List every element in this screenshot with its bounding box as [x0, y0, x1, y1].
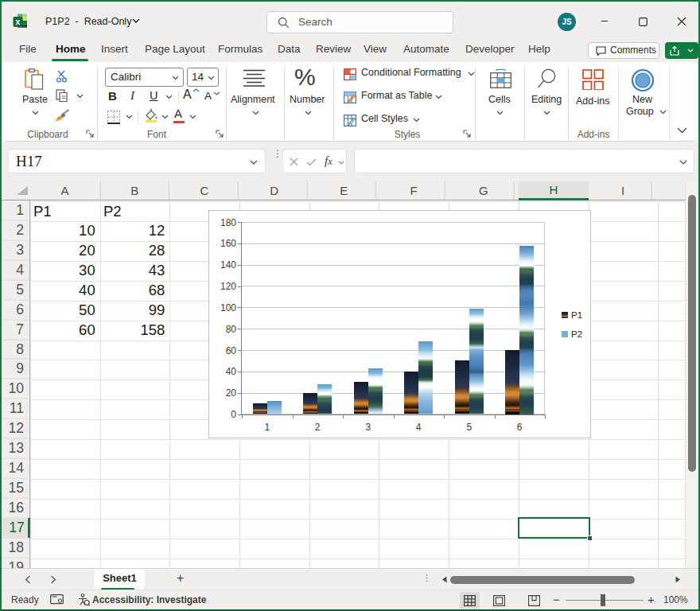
svg-text:x: x [16, 17, 21, 26]
